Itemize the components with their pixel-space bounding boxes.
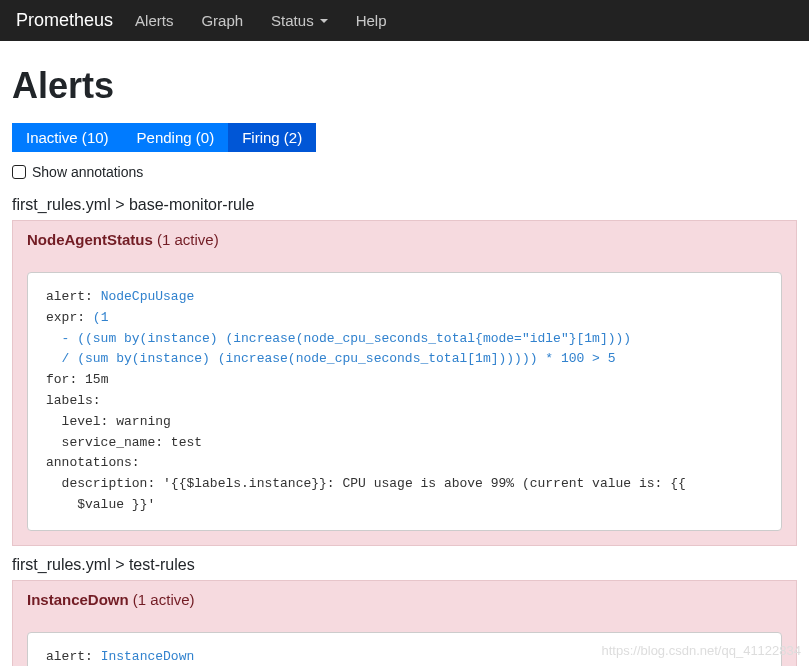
navbar-brand[interactable]: Prometheus xyxy=(16,10,113,31)
filter-button-group: Inactive (10) Pending (0) Firing (2) xyxy=(12,123,316,152)
expr-link[interactable]: (1 - ((sum by(instance) (increase(node_c… xyxy=(46,310,631,367)
nav-link-status[interactable]: Status xyxy=(265,8,334,33)
navbar: Prometheus Alerts Graph Status Help xyxy=(0,0,809,41)
main-content: Alerts Inactive (10) Pending (0) Firing … xyxy=(0,41,809,666)
alert-link[interactable]: InstanceDown xyxy=(101,649,195,664)
alert-rule-code: alert: InstanceDown xyxy=(27,632,782,666)
filter-pending-button[interactable]: Pending (0) xyxy=(123,123,229,152)
alert-header[interactable]: InstanceDown (1 active) xyxy=(13,581,796,618)
alert-header[interactable]: NodeAgentStatus (1 active) xyxy=(13,221,796,258)
nav-link-status-label: Status xyxy=(271,12,314,29)
filter-firing-button[interactable]: Firing (2) xyxy=(228,123,316,152)
show-annotations-toggle[interactable]: Show annotations xyxy=(12,164,797,180)
checkbox-icon xyxy=(12,165,26,179)
rules-file-header: first_rules.yml > test-rules xyxy=(12,550,797,580)
alert-group: NodeAgentStatus (1 active) alert: NodeCp… xyxy=(12,220,797,546)
nav-link-help[interactable]: Help xyxy=(350,8,393,33)
alert-name: InstanceDown xyxy=(27,591,129,608)
alert-active-count: (1 active) xyxy=(157,231,219,248)
filter-inactive-button[interactable]: Inactive (10) xyxy=(12,123,123,152)
alert-name: NodeAgentStatus xyxy=(27,231,153,248)
show-annotations-label: Show annotations xyxy=(32,164,143,180)
alert-active-count: (1 active) xyxy=(133,591,195,608)
chevron-down-icon xyxy=(320,19,328,23)
alert-link[interactable]: NodeCpuUsage xyxy=(101,289,195,304)
nav-link-graph[interactable]: Graph xyxy=(195,8,249,33)
nav-link-alerts[interactable]: Alerts xyxy=(129,8,179,33)
alert-rule-code: alert: NodeCpuUsage expr: (1 - ((sum by(… xyxy=(27,272,782,531)
alert-group: InstanceDown (1 active) alert: InstanceD… xyxy=(12,580,797,666)
rules-file-header: first_rules.yml > base-monitor-rule xyxy=(12,190,797,220)
page-title: Alerts xyxy=(12,65,797,107)
